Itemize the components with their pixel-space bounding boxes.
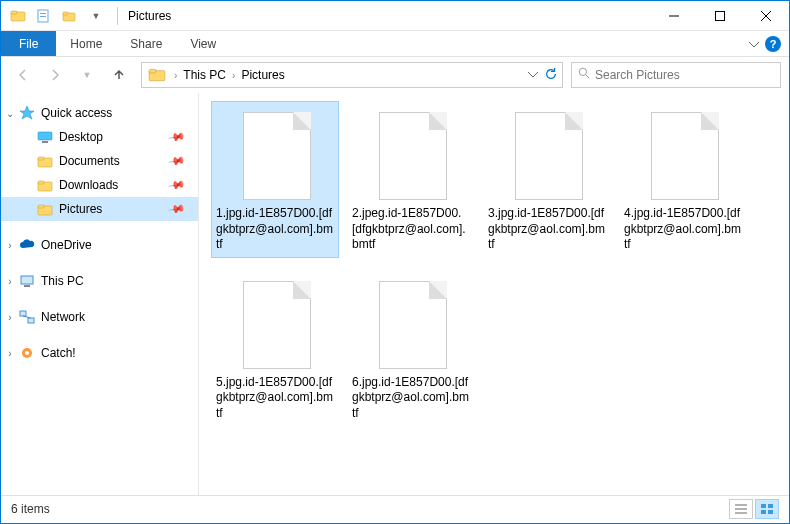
sidebar-item-label: Downloads <box>59 178 118 192</box>
crumb-pictures[interactable]: Pictures <box>237 68 288 82</box>
star-icon <box>19 105 35 121</box>
sidebar-item-this-pc[interactable]: › This PC <box>1 269 198 293</box>
sidebar-item-pictures[interactable]: Pictures 📌 <box>1 197 198 221</box>
navigation-bar: ▼ › This PC › Pictures Search Pictures <box>1 57 789 93</box>
close-button[interactable] <box>743 1 789 31</box>
svg-rect-1 <box>11 11 17 14</box>
ribbon: File Home Share View ? <box>1 31 789 57</box>
file-name: 6.jpg.id-1E857D00.[dfgkbtprz@aol.com].bm… <box>352 375 470 422</box>
folder-icon <box>37 153 53 169</box>
svg-rect-8 <box>716 11 725 20</box>
address-bar[interactable]: › This PC › Pictures <box>141 62 563 88</box>
divider <box>117 7 118 25</box>
svg-point-29 <box>25 351 29 355</box>
search-placeholder: Search Pictures <box>595 68 680 82</box>
svg-rect-6 <box>63 12 68 15</box>
svg-line-27 <box>23 316 31 318</box>
file-thumbnail <box>235 275 315 371</box>
chevron-right-icon[interactable]: › <box>5 348 15 359</box>
new-folder-icon[interactable] <box>59 5 81 27</box>
quick-access-group: ⌄ Quick access Desktop 📌 Documents 📌 Dow… <box>1 101 198 221</box>
file-item[interactable]: 2.jpeg.id-1E857D00.[dfgkbtprz@aol.com].b… <box>347 101 475 258</box>
tab-home[interactable]: Home <box>56 31 116 56</box>
file-item[interactable]: 4.jpg.id-1E857D00.[dfgkbtprz@aol.com].bm… <box>619 101 747 258</box>
address-dropdown-icon[interactable] <box>528 68 538 82</box>
file-name: 5.jpg.id-1E857D00.[dfgkbtprz@aol.com].bm… <box>216 375 334 422</box>
sidebar-item-label: Pictures <box>59 202 102 216</box>
help-icon: ? <box>765 36 781 52</box>
svg-rect-20 <box>38 181 44 184</box>
back-button[interactable] <box>9 61 37 89</box>
minimize-button[interactable] <box>651 1 697 31</box>
sidebar-item-catch-[interactable]: › Catch! <box>1 341 198 365</box>
file-name: 3.jpg.id-1E857D00.[dfgkbtprz@aol.com].bm… <box>488 206 606 253</box>
address-folder-icon <box>148 65 168 85</box>
search-box[interactable]: Search Pictures <box>571 62 781 88</box>
file-thumbnail <box>507 106 587 202</box>
window-title: Pictures <box>122 9 651 23</box>
sidebar-item-documents[interactable]: Documents 📌 <box>1 149 198 173</box>
sidebar-quick-access[interactable]: ⌄ Quick access <box>1 101 198 125</box>
sidebar-item-label: This PC <box>41 274 84 288</box>
tab-share[interactable]: Share <box>116 31 176 56</box>
svg-rect-34 <box>768 504 773 508</box>
chevron-right-icon[interactable]: › <box>230 70 237 81</box>
app-icon <box>7 5 29 27</box>
body: ⌄ Quick access Desktop 📌 Documents 📌 Dow… <box>1 93 789 495</box>
chevron-right-icon[interactable]: › <box>172 70 179 81</box>
svg-rect-4 <box>40 16 46 17</box>
file-thumbnail <box>371 106 451 202</box>
details-view-button[interactable] <box>729 499 753 519</box>
sidebar-item-label: Network <box>41 310 85 324</box>
maximize-button[interactable] <box>697 1 743 31</box>
file-list[interactable]: 1.jpg.id-1E857D00.[dfgkbtprz@aol.com].bm… <box>199 93 789 495</box>
desktop-icon <box>37 129 53 145</box>
sidebar-item-label: OneDrive <box>41 238 92 252</box>
svg-rect-16 <box>42 141 48 143</box>
svg-rect-23 <box>21 276 33 284</box>
recent-dropdown-icon[interactable]: ▼ <box>73 61 101 89</box>
svg-rect-25 <box>20 311 26 316</box>
file-item[interactable]: 5.jpg.id-1E857D00.[dfgkbtprz@aol.com].bm… <box>211 270 339 427</box>
file-name: 4.jpg.id-1E857D00.[dfgkbtprz@aol.com].bm… <box>624 206 742 253</box>
status-bar: 6 items <box>1 495 789 521</box>
window-controls <box>651 1 789 31</box>
pin-icon: 📌 <box>168 200 187 219</box>
search-icon <box>578 67 591 83</box>
chevron-right-icon[interactable]: › <box>5 276 15 287</box>
file-tab[interactable]: File <box>1 31 56 56</box>
file-thumbnail <box>235 106 315 202</box>
ribbon-expand-icon[interactable] <box>749 31 759 57</box>
qat-customize-icon[interactable]: ▼ <box>85 5 107 27</box>
svg-rect-3 <box>40 13 46 14</box>
refresh-button[interactable] <box>544 67 558 84</box>
chevron-right-icon[interactable]: › <box>5 240 15 251</box>
up-button[interactable] <box>105 61 133 89</box>
tab-view[interactable]: View <box>176 31 230 56</box>
sidebar-item-downloads[interactable]: Downloads 📌 <box>1 173 198 197</box>
file-item[interactable]: 3.jpg.id-1E857D00.[dfgkbtprz@aol.com].bm… <box>483 101 611 258</box>
pin-icon: 📌 <box>168 152 187 171</box>
svg-rect-36 <box>768 510 773 514</box>
sidebar-item-desktop[interactable]: Desktop 📌 <box>1 125 198 149</box>
properties-icon[interactable] <box>33 5 55 27</box>
sidebar-item-label: Catch! <box>41 346 76 360</box>
svg-rect-35 <box>761 510 766 514</box>
sidebar-item-onedrive[interactable]: › OneDrive <box>1 233 198 257</box>
crumb-this-pc[interactable]: This PC <box>179 68 230 82</box>
sidebar-item-network[interactable]: › Network <box>1 305 198 329</box>
svg-rect-18 <box>38 157 44 160</box>
pin-icon: 📌 <box>168 128 187 147</box>
file-item[interactable]: 1.jpg.id-1E857D00.[dfgkbtprz@aol.com].bm… <box>211 101 339 258</box>
file-name: 2.jpeg.id-1E857D00.[dfgkbtprz@aol.com].b… <box>352 206 470 253</box>
network-icon <box>19 309 35 325</box>
svg-rect-12 <box>149 70 156 73</box>
forward-button[interactable] <box>41 61 69 89</box>
svg-rect-22 <box>38 205 44 208</box>
thumbnails-view-button[interactable] <box>755 499 779 519</box>
svg-point-13 <box>579 68 586 75</box>
file-item[interactable]: 6.jpg.id-1E857D00.[dfgkbtprz@aol.com].bm… <box>347 270 475 427</box>
chevron-down-icon[interactable]: ⌄ <box>5 108 15 119</box>
chevron-right-icon[interactable]: › <box>5 312 15 323</box>
help-button[interactable]: ? <box>765 31 781 57</box>
